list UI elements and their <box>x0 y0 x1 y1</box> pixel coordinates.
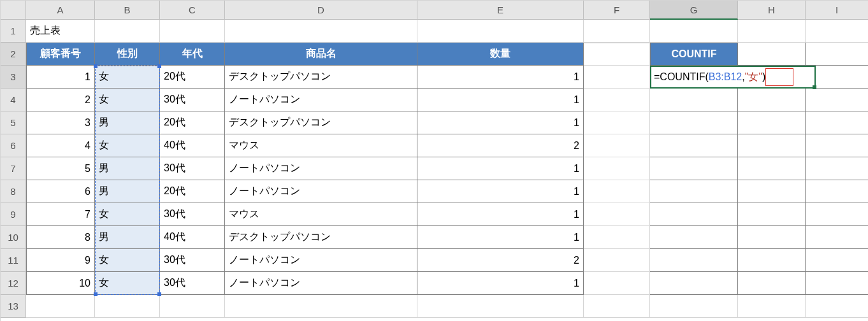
cell-C1[interactable] <box>160 20 225 43</box>
row-header-2[interactable]: 2 <box>1 43 26 66</box>
col-header-B[interactable]: B <box>95 1 160 20</box>
cell-C9[interactable]: 30代 <box>160 203 225 226</box>
cell-F12[interactable] <box>584 272 650 295</box>
cell-A9[interactable]: 7 <box>26 203 95 226</box>
cell-D3[interactable]: デスクトップパソコン <box>225 66 417 89</box>
col-header-C[interactable]: C <box>160 1 225 20</box>
cell-D9[interactable]: マウス <box>225 203 417 226</box>
cell-A1[interactable]: 売上表 <box>26 20 95 43</box>
cell-E9[interactable]: 1 <box>417 203 584 226</box>
cell-E13[interactable] <box>417 295 584 318</box>
cell-H6[interactable] <box>738 134 806 157</box>
cell-B13[interactable] <box>95 295 160 318</box>
cell-I8[interactable] <box>806 180 868 203</box>
cell-G7[interactable] <box>650 157 738 180</box>
row-header-9[interactable]: 9 <box>1 203 26 226</box>
cell-C4[interactable]: 30代 <box>160 89 225 111</box>
cell-G9[interactable] <box>650 203 738 226</box>
cell-G2[interactable]: COUNTIF <box>650 43 738 66</box>
col-header-F[interactable]: F <box>584 1 650 20</box>
cell-D4[interactable]: ノートパソコン <box>225 89 417 111</box>
cell-C12[interactable]: 30代 <box>160 272 225 295</box>
row-header-13[interactable]: 13 <box>1 295 26 318</box>
cell-A12[interactable]: 10 <box>26 272 95 295</box>
cell-G6[interactable] <box>650 134 738 157</box>
cell-I2[interactable] <box>806 43 868 66</box>
cell-E4[interactable]: 1 <box>417 89 584 111</box>
cell-D13[interactable] <box>225 295 417 318</box>
cell-B10[interactable]: 男 <box>95 226 160 249</box>
cell-D6[interactable]: マウス <box>225 134 417 157</box>
cell-C11[interactable]: 30代 <box>160 249 225 272</box>
cell-F2[interactable] <box>584 43 650 66</box>
cell-B9[interactable]: 女 <box>95 203 160 226</box>
cell-H5[interactable] <box>738 111 806 134</box>
cell-H7[interactable] <box>738 157 806 180</box>
cell-F9[interactable] <box>584 203 650 226</box>
cell-I5[interactable] <box>806 111 868 134</box>
cell-A4[interactable]: 2 <box>26 89 95 111</box>
cell-H4[interactable] <box>738 89 806 111</box>
cell-F13[interactable] <box>584 295 650 318</box>
col-header-A[interactable]: A <box>26 1 95 20</box>
cell-H9[interactable] <box>738 203 806 226</box>
cell-H13[interactable] <box>738 295 806 318</box>
row-header-12[interactable]: 12 <box>1 272 26 295</box>
cell-F1[interactable] <box>584 20 650 43</box>
cell-E11[interactable]: 2 <box>417 249 584 272</box>
cell-F7[interactable] <box>584 157 650 180</box>
cell-F10[interactable] <box>584 226 650 249</box>
active-cell-G3[interactable]: =COUNTIF(B3:B12,"女") <box>650 66 816 89</box>
cell-E3[interactable]: 1 <box>417 66 584 89</box>
cell-C5[interactable]: 20代 <box>160 111 225 134</box>
cell-D11[interactable]: ノートパソコン <box>225 249 417 272</box>
cell-B4[interactable]: 女 <box>95 89 160 111</box>
cell-G11[interactable] <box>650 249 738 272</box>
cell-C2[interactable]: 年代 <box>160 43 225 66</box>
cell-A2[interactable]: 顧客番号 <box>26 43 95 66</box>
cell-C6[interactable]: 40代 <box>160 134 225 157</box>
cell-E8[interactable]: 1 <box>417 180 584 203</box>
cell-B6[interactable]: 女 <box>95 134 160 157</box>
cell-E2[interactable]: 数量 <box>417 43 584 66</box>
cell-C13[interactable] <box>160 295 225 318</box>
cell-I10[interactable] <box>806 226 868 249</box>
cell-F11[interactable] <box>584 249 650 272</box>
col-header-I[interactable]: I <box>806 1 868 20</box>
cell-H10[interactable] <box>738 226 806 249</box>
cell-A13[interactable] <box>26 295 95 318</box>
cell-B3[interactable]: 女 <box>95 66 160 89</box>
cell-B7[interactable]: 男 <box>95 157 160 180</box>
cell-I4[interactable] <box>806 89 868 111</box>
cell-I12[interactable] <box>806 272 868 295</box>
cell-B2[interactable]: 性別 <box>95 43 160 66</box>
cell-D7[interactable]: ノートパソコン <box>225 157 417 180</box>
cell-B8[interactable]: 男 <box>95 180 160 203</box>
cell-C10[interactable]: 40代 <box>160 226 225 249</box>
cell-E10[interactable]: 1 <box>417 226 584 249</box>
row-header-1[interactable]: 1 <box>1 20 26 43</box>
cell-G8[interactable] <box>650 180 738 203</box>
row-header-4[interactable]: 4 <box>1 89 26 111</box>
cell-G12[interactable] <box>650 272 738 295</box>
cell-B11[interactable]: 女 <box>95 249 160 272</box>
cell-G1[interactable] <box>650 20 738 43</box>
cell-G4[interactable] <box>650 89 738 111</box>
cell-D2[interactable]: 商品名 <box>225 43 417 66</box>
cell-E1[interactable] <box>417 20 584 43</box>
cell-A10[interactable]: 8 <box>26 226 95 249</box>
cell-I11[interactable] <box>806 249 868 272</box>
col-header-D[interactable]: D <box>225 1 417 20</box>
cell-F3[interactable] <box>584 66 650 89</box>
cell-D5[interactable]: デスクトップパソコン <box>225 111 417 134</box>
row-header-7[interactable]: 7 <box>1 157 26 180</box>
select-all-corner[interactable] <box>1 1 26 20</box>
col-header-G[interactable]: G <box>650 1 738 20</box>
cell-A5[interactable]: 3 <box>26 111 95 134</box>
cell-D1[interactable] <box>225 20 417 43</box>
cell-A7[interactable]: 5 <box>26 157 95 180</box>
cell-C8[interactable]: 20代 <box>160 180 225 203</box>
cell-G5[interactable] <box>650 111 738 134</box>
cell-E12[interactable]: 1 <box>417 272 584 295</box>
cell-G13[interactable] <box>650 295 738 318</box>
